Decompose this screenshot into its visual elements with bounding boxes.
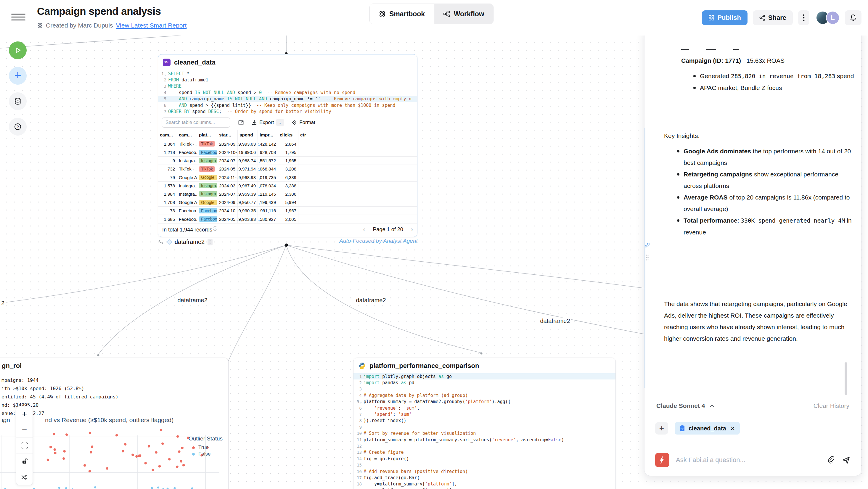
- panel-detach-button[interactable]: [644, 242, 650, 249]
- fit-view-button[interactable]: [16, 438, 33, 454]
- prev-page-button[interactable]: ‹: [363, 226, 365, 234]
- code-line[interactable]: 2import pandas as pd: [353, 379, 616, 386]
- code-line[interactable]: 6 AND spend > {{spend_limit}} -- Keep on…: [158, 102, 417, 108]
- table-row[interactable]: 1,685Faceboo...Faceboo...2024-05...19,92…: [158, 215, 417, 223]
- table-header-row[interactable]: cam...cam...plat...star...spendimpr...cl…: [158, 130, 417, 140]
- table-row[interactable]: 1,578Instagra...Instagra...2024-03...19,…: [158, 182, 417, 190]
- code-line[interactable]: 4# Aggregate data by platform (ad group): [353, 392, 616, 398]
- column-header[interactable]: cam...: [177, 130, 197, 140]
- column-header[interactable]: ctr: [299, 130, 417, 140]
- result-table[interactable]: 1,364TikTok - ...TikTok2024-09...19,993.…: [158, 140, 417, 223]
- code-line[interactable]: 18 y=platform_summary['platform'],: [353, 481, 616, 487]
- table-row[interactable]: 79Google A...Google ...2024-11-...19,968…: [158, 173, 417, 181]
- code-line[interactable]: 14fig = go.Figure(): [353, 456, 616, 462]
- zoom-in-button[interactable]: +: [16, 406, 33, 422]
- remove-context-icon[interactable]: ✕: [730, 425, 735, 432]
- ask-fabi-input[interactable]: [676, 456, 821, 464]
- help-button[interactable]: ?: [9, 118, 27, 135]
- format-button[interactable]: Format: [291, 120, 315, 125]
- collaborator-avatars[interactable]: L: [816, 11, 840, 25]
- table-row[interactable]: 1,218Faceboo...Faceboo...2024-10-...19,9…: [158, 148, 417, 157]
- column-header[interactable]: spend: [238, 130, 258, 140]
- share-button[interactable]: Share: [753, 10, 793, 25]
- add-context-button[interactable]: +: [655, 422, 668, 434]
- export-button[interactable]: Export ⌄: [252, 119, 284, 126]
- data-sources-button[interactable]: [9, 92, 27, 110]
- avatar-letter[interactable]: L: [826, 11, 840, 25]
- code-line[interactable]: 8}).reset_index(): [353, 418, 616, 424]
- legend-item-true[interactable]: True: [189, 444, 223, 451]
- node-platform-performance[interactable]: platform_performance_comparison 1import …: [353, 358, 616, 489]
- code-line[interactable]: 3: [353, 386, 616, 392]
- code-line[interactable]: 5⌄platform_summary = dataframe2.groupby(…: [353, 399, 616, 405]
- column-header[interactable]: impr...: [258, 130, 278, 140]
- clear-history-button[interactable]: Clear History: [813, 402, 849, 409]
- code-line[interactable]: 19 x=platform_summary['revenue'],: [353, 487, 616, 489]
- code-line[interactable]: 1import plotly.graph_objects as go: [353, 373, 616, 379]
- code-line[interactable]: 12: [353, 443, 616, 449]
- expand-table-button[interactable]: [238, 120, 244, 125]
- run-workflow-button[interactable]: [9, 41, 27, 59]
- notifications-button[interactable]: [845, 10, 862, 25]
- context-chip-cleaned-data[interactable]: SQL cleaned_data ✕: [675, 422, 740, 434]
- code-line[interactable]: 7ORDER BY spend DESC; -- Order by spend …: [158, 108, 417, 115]
- table-row[interactable]: 9Instagra...Instagra...2024-07...19,988.…: [158, 157, 417, 165]
- platform-badge: Faceboo...: [199, 208, 217, 213]
- code-line[interactable]: 10# Sort by revenue for better visualiza…: [353, 430, 616, 437]
- tab-workflow[interactable]: Workflow: [434, 4, 493, 24]
- model-selector[interactable]: Claude Sonnet 4: [656, 402, 715, 409]
- platform-badge: Instagra...: [199, 183, 217, 188]
- zoom-out-button[interactable]: −: [16, 422, 33, 438]
- node-campaign-roi[interactable]: gn_roi mpaigns: 1944ith ≥$10k spend: 102…: [0, 358, 228, 489]
- more-options-button[interactable]: [798, 10, 809, 25]
- info-icon[interactable]: i: [213, 226, 217, 231]
- publish-button[interactable]: Publish: [702, 10, 747, 25]
- code-line[interactable]: 4 spend IS NOT NULL AND spend > 0 -- Rem…: [158, 89, 417, 96]
- add-cell-button[interactable]: +: [9, 67, 27, 85]
- drag-handle[interactable]: [208, 239, 213, 245]
- tab-smartbook[interactable]: Smartbook: [370, 4, 434, 24]
- table-row[interactable]: 732TikTok - ...TikTok2024-05...19,971.94…: [158, 165, 417, 173]
- output-dataframe-chip[interactable]: dataframe2: [175, 239, 205, 245]
- table-row[interactable]: 73Faceboo...Faceboo...2024-10-...19,930.…: [158, 207, 417, 215]
- play-icon: [14, 47, 22, 54]
- legend-item-false[interactable]: False: [189, 451, 223, 457]
- code-line[interactable]: 7 'spend': 'sum': [353, 411, 616, 417]
- menu-button[interactable]: [11, 11, 26, 23]
- sql-editor[interactable]: 1⌄SELECT *2FROM dataframe13WHERE4 spend …: [158, 70, 417, 115]
- table-row[interactable]: 1,364TikTok - ...TikTok2024-09...19,993.…: [158, 140, 417, 148]
- view-smart-report-link[interactable]: View Latest Smart Report: [116, 22, 187, 29]
- code-line[interactable]: 16# Add revenue bars (positive direction…: [353, 468, 616, 475]
- lock-button[interactable]: [16, 454, 33, 469]
- code-line[interactable]: 11platform_summary = platform_summary.so…: [353, 437, 616, 443]
- code-line[interactable]: 5 AND campaign_name IS NOT NULL AND camp…: [158, 96, 417, 102]
- code-line[interactable]: 13# Create figure: [353, 449, 616, 456]
- next-page-button[interactable]: ›: [411, 226, 413, 234]
- code-line[interactable]: 1⌄SELECT *: [158, 70, 417, 77]
- code-line[interactable]: 6 'revenue': 'sum',: [353, 405, 616, 411]
- shuffle-button[interactable]: [16, 469, 33, 485]
- code-line[interactable]: 3WHERE: [158, 83, 417, 89]
- column-header[interactable]: cam...: [158, 130, 177, 140]
- legend-title: Outlier Status: [189, 435, 223, 442]
- send-icon[interactable]: [842, 456, 850, 464]
- node-output-handle[interactable]: [285, 244, 288, 247]
- message-scrollbar[interactable]: [845, 362, 847, 395]
- python-editor[interactable]: 1import plotly.graph_objects as go2impor…: [353, 373, 616, 489]
- code-line[interactable]: 17fig.add_trace(go.Bar(: [353, 475, 616, 481]
- column-header[interactable]: clicks: [278, 130, 299, 140]
- code-line[interactable]: 15: [353, 462, 616, 468]
- export-options-chevron[interactable]: ⌄: [276, 119, 284, 126]
- mode-toggle: Smartbook Workflow: [369, 4, 494, 24]
- code-line[interactable]: 9: [353, 424, 616, 430]
- search-table-columns-input[interactable]: [162, 118, 230, 128]
- column-header[interactable]: star...: [217, 130, 238, 140]
- panel-drag-handle[interactable]: [645, 254, 649, 264]
- column-header[interactable]: plat...: [197, 130, 217, 140]
- table-row[interactable]: 1,984Instagra...Instagra...2024-07...19,…: [158, 190, 417, 198]
- attach-icon[interactable]: [828, 456, 835, 464]
- chart-legend[interactable]: Outlier Status True False: [189, 435, 223, 457]
- table-row[interactable]: 1,708Google A...Google ...2024-09...19,9…: [158, 198, 417, 207]
- node-cleaned-data[interactable]: SQL cleaned_data 1⌄SELECT *2FROM datafra…: [158, 54, 417, 237]
- code-line[interactable]: 2FROM dataframe1: [158, 77, 417, 83]
